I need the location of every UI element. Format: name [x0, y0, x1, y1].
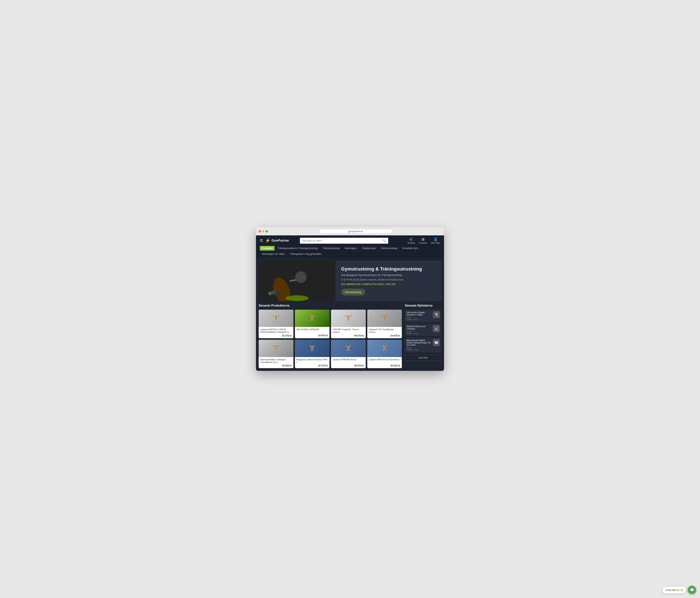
- news-date-0: 14-jul: [406, 316, 431, 319]
- hero-image-overlay: [259, 260, 335, 301]
- news-read-time-0: Lästid : 0 min: [406, 319, 431, 321]
- cart-action[interactable]: 🛒 Varukorg: [407, 237, 415, 244]
- news-item-2[interactable]: Matinspiratör Markiz Tainton Nyhetsmorgo…: [405, 338, 441, 352]
- nav-item-träningsbänk-i-hög-g[interactable]: Träningsbänk i hög gymkvalitet: [288, 252, 323, 256]
- nav-item-färdiga-paket[interactable]: Färdiga paket: [360, 246, 378, 251]
- news-title: Senaste Nyheterna: [405, 304, 441, 307]
- product-image-6: 🏋️: [331, 340, 366, 357]
- browser-window: gympartner.se ☰ ⚡ GymPartner 🔍 🛒 Varukor…: [256, 227, 444, 371]
- product-card-7[interactable]: 🏋️Löpband 956i Precor Experience30 625 k…: [367, 340, 402, 368]
- product-image-7: 🏋️: [367, 340, 402, 357]
- nav-item-motionsredskap[interactable]: Motionsredskap: [379, 246, 399, 251]
- product-image-2: 🏋️: [331, 310, 366, 327]
- news-read-time-2: Lästid : 3 min: [406, 349, 431, 351]
- news-date-1: 18-jun: [406, 330, 431, 332]
- nav-item-produkter[interactable]: Produkter: [260, 246, 275, 251]
- logo-text: GymPartner: [272, 239, 289, 242]
- nav-item-hemmagym[interactable]: Hemmagym: [343, 246, 359, 251]
- product-image-5: 🏋️: [295, 340, 330, 357]
- product-name-6: Löpband TRM-885 Precor: [332, 358, 364, 364]
- products-label: Produkter: [419, 242, 427, 244]
- close-button[interactable]: [259, 230, 261, 232]
- address-bar[interactable]: gympartner.se: [319, 229, 392, 234]
- hero-description: Vi är Proffs på att planera, hantera, in…: [341, 278, 435, 281]
- product-card-3[interactable]: 🏋️Löpband T70 GrandMaster Fitness24 875 …: [367, 310, 402, 338]
- visa-fler-button[interactable]: Visa Fler: [405, 355, 441, 361]
- chat-widget: Chat with us 👋 💬: [662, 586, 696, 594]
- news-list: Värö pizza & kebab investerar i Hälsa14-…: [405, 310, 441, 352]
- news-item-1[interactable]: Hafstens Resort och Camping18-junLästid …: [405, 324, 441, 336]
- news-date-2: 18-jun: [406, 347, 431, 349]
- search-bar: 🔍: [300, 238, 388, 244]
- main-content: Senaste Produkterna 🏋️Löpband MATRIX S-D…: [256, 304, 444, 371]
- product-card-1[interactable]: 🏋️SEX SKÖNA LÖPBAND24 875 kr: [295, 310, 330, 338]
- product-name-1: SEX SKÖNA LÖPBAND: [297, 328, 328, 333]
- nav-item-träningsmaskiner-&-t[interactable]: Träningsmaskiner & Träningsutrustning: [276, 246, 320, 251]
- account-icon: 👤: [433, 237, 438, 242]
- product-name-2: TRM 885 Treadmill - Precor i nyskick: [332, 328, 364, 333]
- maximize-button[interactable]: [266, 230, 268, 232]
- product-card-4[interactable]: 🏋️Nytt Hantelställ 2-våningars GrandMast…: [259, 340, 293, 368]
- site-content: ☰ ⚡ GymPartner 🔍 🛒 Varukorg ⊞ Produkter: [256, 235, 444, 371]
- product-image-3: 🏋️: [367, 310, 402, 327]
- product-price-6: 49 875 kr: [332, 364, 364, 367]
- product-price-0: 24 375 kr: [260, 334, 292, 337]
- hamburger-icon[interactable]: ☰: [260, 239, 263, 243]
- hero-content: Gymutrustning & Träningsutrustning Köp B…: [335, 260, 441, 301]
- topbar: ☰ ⚡ GymPartner 🔍 🛒 Varukorg ⊞ Produkter: [256, 235, 444, 246]
- product-name-7: Löpband 956i Precor Experience: [369, 358, 400, 364]
- products-action[interactable]: ⊞ Produkter: [419, 237, 427, 244]
- product-price-1: 24 875 kr: [297, 334, 328, 337]
- logo-icon: ⚡: [265, 238, 270, 243]
- product-name-0: Löpband MATRIX S-DRIVE PERFORMANCE TRAIN…: [260, 328, 292, 333]
- product-name-5: Begagnat Löpband Startrac PRO 1: [297, 358, 328, 364]
- product-card-0[interactable]: 🏋️Löpband MATRIX S-DRIVE PERFORMANCE TRA…: [259, 310, 293, 338]
- account-action[interactable]: 👤 Mina Sidor: [431, 237, 440, 244]
- product-card-6[interactable]: 🏋️Löpband TRM-885 Precor49 875 kr: [331, 340, 366, 368]
- hero-image: [259, 260, 335, 301]
- product-image-1: 🏋️: [295, 310, 330, 327]
- browser-chrome: gympartner.se: [256, 227, 444, 235]
- nav-item-kompletta-gym[interactable]: Kompletta Gym: [400, 246, 420, 251]
- hero-title: Gymutrustning & Träningsutrustning: [341, 266, 435, 272]
- products-title: Senaste Produkterna: [259, 304, 402, 307]
- main-nav: ProdukterTräningsmaskiner & Träningsutru…: [256, 246, 444, 258]
- search-button[interactable]: 🔍: [380, 238, 388, 244]
- product-image-4: 🏋️: [259, 340, 293, 357]
- product-price-2: 49 875 kr: [332, 334, 364, 337]
- news-thumbnail-1: 🏕️: [433, 325, 440, 332]
- traffic-lights: [259, 230, 268, 232]
- account-label: Mina Sidor: [431, 242, 440, 244]
- product-image-0: 🏋️: [259, 310, 293, 327]
- search-input[interactable]: [300, 238, 380, 244]
- cart-icon: 🛒: [409, 237, 413, 242]
- product-price-5: 24 375 kr: [297, 364, 328, 367]
- news-thumbnail-0: 🍕: [433, 311, 440, 318]
- topbar-actions: 🛒 Varukorg ⊞ Produkter 👤 Mina Sidor: [407, 237, 440, 244]
- nav-item-skivstänger-och-vikt[interactable]: Skivstänger och Vikter: [260, 252, 286, 256]
- news-read-time-1: Lästid : 1 min: [406, 332, 431, 334]
- news-item-0[interactable]: Värö pizza & kebab investerar i Hälsa14-…: [405, 310, 441, 322]
- product-name-3: Löpband T70 GrandMaster Fitness: [369, 328, 400, 333]
- chat-button[interactable]: 💬: [688, 586, 696, 594]
- product-card-5[interactable]: 🏋️Begagnat Löpband Startrac PRO 124 375 …: [295, 340, 330, 368]
- product-price-4: 15 625 kr: [260, 364, 292, 367]
- hero-banner: Gymutrustning & Träningsutrustning Köp B…: [259, 260, 441, 301]
- products-icon: ⊞: [422, 237, 424, 242]
- product-card-2[interactable]: 🏋️TRM 885 Treadmill - Precor i nyskick49…: [331, 310, 366, 338]
- news-title-1: Hafstens Resort och Camping: [406, 325, 431, 330]
- products-section: Senaste Produkterna 🏋️Löpband MATRIX S-D…: [259, 304, 402, 368]
- news-thumbnail-2: 📰: [433, 339, 440, 346]
- hero-promo: NYA HEMMAGYM I KOMPLETTA PAKET- 40% Off: [341, 283, 435, 286]
- product-grid: 🏋️Löpband MATRIX S-DRIVE PERFORMANCE TRA…: [259, 310, 402, 368]
- news-title-0: Värö pizza & kebab investerar i Hälsa: [406, 311, 431, 316]
- product-name-4: Nytt Hantelställ 2-våningars GrandMaster…: [260, 358, 292, 364]
- product-price-3: 24 875 kr: [369, 334, 400, 337]
- logo[interactable]: ⚡ GymPartner: [265, 238, 289, 243]
- cart-label: Varukorg: [407, 242, 415, 244]
- nav-item-träningsredskap[interactable]: Träningsredskap: [321, 246, 342, 251]
- hero-cta-button[interactable]: Gymutrustning: [341, 289, 365, 295]
- minimize-button[interactable]: [262, 230, 265, 232]
- product-price-7: 30 625 kr: [369, 364, 400, 367]
- chat-bubble[interactable]: Chat with us 👋: [662, 587, 686, 593]
